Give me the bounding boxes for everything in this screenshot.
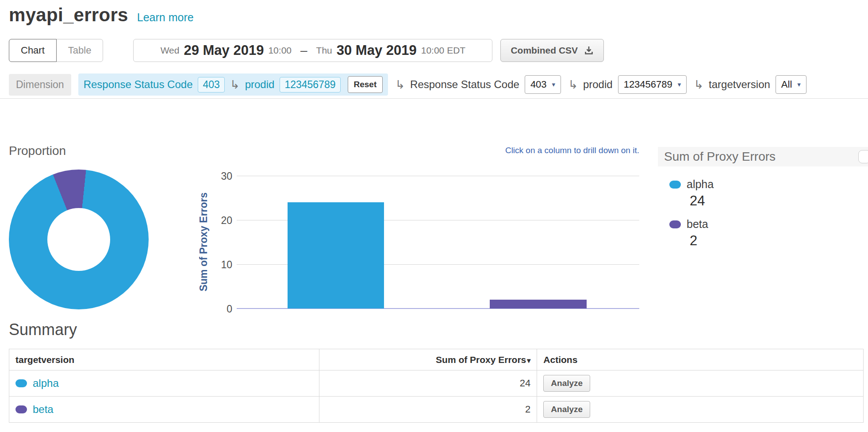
page-title: myapi_errors	[9, 4, 128, 26]
date-end-date: 30 May 2019	[337, 42, 417, 58]
legend-collapse-handle[interactable]	[858, 150, 868, 163]
response-status-code-select[interactable]: 403 ▾	[525, 75, 561, 94]
report-page: myapi_errors Learn more Chart Table Wed …	[0, 0, 868, 432]
legend-label: beta	[687, 218, 708, 231]
date-range-separator: –	[300, 43, 307, 58]
date-end-time: 10:00 EDT	[421, 45, 465, 56]
value-cell: 2	[319, 397, 537, 423]
legend-value: 24	[690, 193, 868, 209]
legend-panel: Sum of Proxy Errors alpha 24 beta 2	[658, 147, 868, 258]
y-tick-label: 30	[221, 170, 232, 182]
bar-plot	[237, 176, 639, 309]
y-tick-label: 20	[221, 215, 232, 227]
legend-header: Sum of Proxy Errors	[658, 147, 868, 166]
date-start-date: 29 May 2019	[184, 42, 264, 58]
bar-beta[interactable]	[490, 300, 586, 309]
y-axis-ticks: 0102030	[204, 176, 232, 309]
date-start-day: Wed	[161, 45, 180, 56]
drill-down-icon: ↳	[395, 79, 405, 90]
breadcrumb-second-value-chip: 123456789	[280, 77, 340, 93]
analyze-button[interactable]: Analyze	[543, 375, 590, 392]
summary-title: Summary	[9, 320, 864, 339]
proportion-title: Proportion	[9, 144, 150, 158]
caret-down-icon: ▾	[678, 81, 681, 89]
y-tick-label: 10	[221, 259, 232, 271]
gridline	[237, 176, 639, 176]
breadcrumb-first-label: Response Status Code	[84, 78, 193, 91]
drill-down-icon: ↳	[568, 79, 578, 90]
chart-toggle-button[interactable]: Chart	[9, 39, 57, 62]
series-swatch-beta	[15, 405, 27, 413]
filter-label: prodid	[583, 78, 613, 91]
legend-item: beta 2	[669, 218, 868, 249]
column-header-targetversion: targetversion	[9, 349, 319, 370]
drill-down-icon: ↳	[694, 79, 703, 90]
learn-more-link[interactable]: Learn more	[137, 11, 194, 24]
reset-button[interactable]: Reset	[348, 76, 383, 93]
bar-chart-section: Click on a column to drill down on it. S…	[195, 144, 640, 316]
legend-label: alpha	[687, 178, 714, 191]
proportion-section: Proportion	[9, 144, 150, 309]
summary-section: Summary targetversion Sum of Proxy Error…	[9, 320, 864, 423]
legend-item: alpha 24	[669, 178, 868, 209]
series-swatch-alpha	[15, 379, 27, 387]
caret-down-icon: ▾	[797, 81, 801, 89]
drilldown-breadcrumb: Response Status Code 403 ↳ prodid 123456…	[78, 73, 388, 96]
filter-label: Response Status Code	[410, 78, 519, 91]
section-divider	[0, 98, 868, 99]
prodid-select[interactable]: 123456789 ▾	[618, 75, 687, 94]
sort-desc-icon: ▾	[527, 357, 530, 364]
column-header-actions: Actions	[537, 349, 864, 370]
proportion-donut[interactable]	[9, 170, 149, 309]
y-tick-label: 0	[227, 303, 232, 315]
column-header-label: Sum of Proxy Errors	[436, 355, 526, 365]
selected-value: All	[781, 79, 792, 90]
targetversion-select[interactable]: All ▾	[776, 75, 807, 94]
breadcrumb-first-value-chip: 403	[198, 77, 224, 93]
filter-row: Dimension Response Status Code 403 ↳ pro…	[9, 73, 859, 96]
table-toggle-button[interactable]: Table	[56, 39, 104, 62]
donut-chart-area	[9, 170, 149, 309]
drill-down-icon: ↳	[230, 79, 240, 90]
date-end-day: Thu	[316, 45, 332, 56]
filter-group-prodid: ↳ prodid 123456789 ▾	[568, 75, 687, 94]
series-swatch-alpha	[669, 181, 681, 189]
legend-title: Sum of Proxy Errors	[664, 150, 776, 164]
series-swatch-beta	[669, 220, 681, 228]
breadcrumb-second-label: prodid	[245, 78, 275, 91]
table-row: alpha 24 Analyze	[9, 370, 864, 397]
bar-alpha[interactable]	[288, 202, 384, 309]
summary-table: targetversion Sum of Proxy Errors▾ Actio…	[9, 349, 864, 423]
caret-down-icon: ▾	[552, 81, 556, 89]
filter-group-response-status-code: ↳ Response Status Code 403 ▾	[395, 75, 561, 94]
value-cell: 24	[319, 370, 537, 397]
table-header-row: targetversion Sum of Proxy Errors▾ Actio…	[9, 349, 864, 370]
legend-items: alpha 24 beta 2	[658, 166, 868, 249]
combined-csv-label: Combined CSV	[511, 45, 578, 56]
column-header-sum-of-proxy-errors[interactable]: Sum of Proxy Errors▾	[319, 349, 537, 370]
selected-value: 123456789	[624, 79, 672, 90]
drill-hint-text: Click on a column to drill down on it.	[505, 146, 639, 155]
page-header: myapi_errors Learn more	[9, 4, 194, 26]
filter-group-targetversion: ↳ targetversion All ▾	[694, 75, 807, 94]
view-toggle: Chart Table	[9, 39, 103, 62]
dimension-value-link[interactable]: beta	[33, 403, 54, 416]
legend-value: 2	[690, 233, 868, 249]
analyze-button[interactable]: Analyze	[543, 401, 590, 418]
table-row: beta 2 Analyze	[9, 397, 864, 423]
combined-csv-button[interactable]: Combined CSV	[500, 39, 604, 62]
filter-label: targetversion	[709, 78, 770, 91]
dimension-value-link[interactable]: alpha	[33, 377, 59, 390]
date-start-time: 10:00	[268, 45, 292, 56]
donut-hole	[47, 208, 110, 271]
download-icon	[584, 46, 594, 55]
dimension-label: Dimension	[9, 74, 71, 96]
date-range-picker[interactable]: Wed 29 May 2019 10:00 – Thu 30 May 2019 …	[133, 39, 492, 62]
toolbar: Chart Table Wed 29 May 2019 10:00 – Thu …	[9, 39, 859, 62]
selected-value: 403	[530, 79, 547, 90]
